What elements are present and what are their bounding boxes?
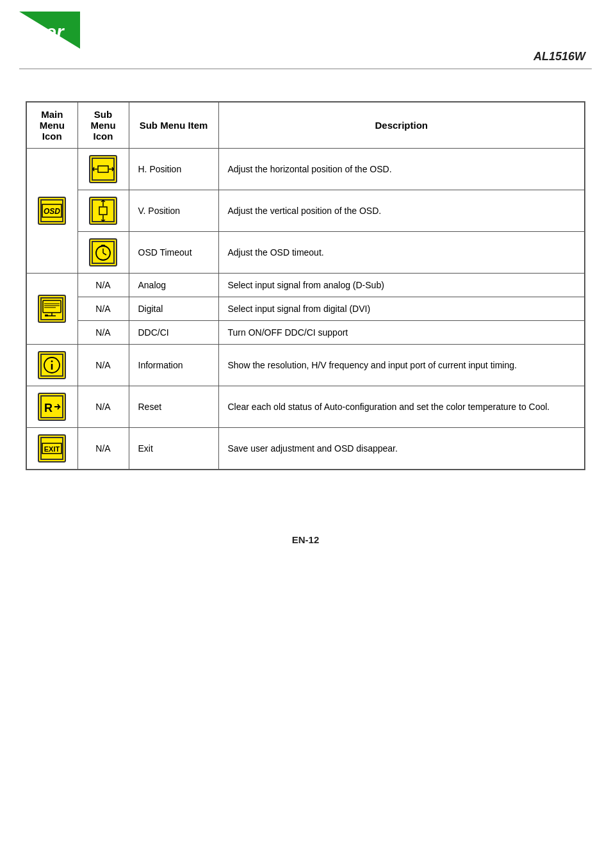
hpos-icon <box>89 155 117 183</box>
model-name: AL1516W <box>534 50 585 63</box>
col-header-item: Sub Menu Item <box>129 102 218 149</box>
svg-text:EXIT: EXIT <box>44 445 60 453</box>
acer-logo: acer <box>19 12 80 51</box>
exit-icon: EXIT <box>38 434 66 463</box>
table-header-row: MainMenuIcon SubMenuIcon Sub Menu Item D… <box>26 102 585 149</box>
sub-item-ddcci: DDC/CI <box>129 321 218 345</box>
menu-table: MainMenuIcon SubMenuIcon Sub Menu Item D… <box>26 101 585 470</box>
vpos-icon <box>89 197 117 225</box>
main-icon-osd: OSD <box>26 149 77 274</box>
sub-item-timeout: OSD Timeout <box>129 232 218 274</box>
sub-icon-hpos <box>77 149 129 190</box>
timeout-icon <box>89 238 117 266</box>
table-row: N/A Digital Select input signal from dig… <box>26 297 585 321</box>
col-header-desc: Description <box>218 102 585 149</box>
sub-item-hpos: H. Position <box>129 149 218 190</box>
desc-digital: Select input signal from digital (DVI) <box>218 297 585 321</box>
sub-item-reset: Reset <box>129 386 218 428</box>
desc-hpos: Adjust the horizontal position of the OS… <box>218 149 585 190</box>
sub-icon-ddcci: N/A <box>77 321 129 345</box>
input-icon <box>38 295 66 323</box>
svg-point-28 <box>51 361 53 363</box>
main-content: MainMenuIcon SubMenuIcon Sub Menu Item D… <box>0 69 611 496</box>
desc-analog: Select input signal from analog (D-Sub) <box>218 274 585 297</box>
table-row: OSD Timeout Adjust the OSD timeout. <box>26 232 585 274</box>
col-header-main: MainMenuIcon <box>26 102 77 149</box>
page-number: EN-12 <box>292 534 320 545</box>
svg-rect-25 <box>45 315 48 316</box>
sub-item-digital: Digital <box>129 297 218 321</box>
desc-ddcci: Turn ON/OFF DDC/CI support <box>218 321 585 345</box>
page-footer: EN-12 <box>0 534 611 545</box>
table-row: N/A DDC/CI Turn ON/OFF DDC/CI support <box>26 321 585 345</box>
sub-icon-analog: N/A <box>77 274 129 297</box>
sub-item-vpos: V. Position <box>129 190 218 232</box>
main-icon-exit: EXIT <box>26 428 77 470</box>
page-header: acer AL1516W <box>0 0 611 63</box>
col-header-sub: SubMenuIcon <box>77 102 129 149</box>
desc-reset: Clear each old status of Auto-configurat… <box>218 386 585 428</box>
svg-text:R: R <box>44 402 53 414</box>
main-icon-input <box>26 274 77 345</box>
desc-info: Show the resolution, H/V frequency and i… <box>218 345 585 386</box>
info-icon <box>38 351 66 379</box>
main-icon-reset: R <box>26 386 77 428</box>
sub-icon-exit: N/A <box>77 428 129 470</box>
sub-icon-vpos <box>77 190 129 232</box>
table-row: OSD <box>26 149 585 190</box>
svg-rect-18 <box>41 298 63 320</box>
sub-item-analog: Analog <box>129 274 218 297</box>
sub-item-info: Information <box>129 345 218 386</box>
sub-icon-digital: N/A <box>77 297 129 321</box>
svg-rect-17 <box>101 245 105 247</box>
reset-icon: R <box>38 393 66 421</box>
sub-icon-timeout <box>77 232 129 274</box>
table-row: V. Position Adjust the vertical position… <box>26 190 585 232</box>
svg-text:acer: acer <box>24 21 65 42</box>
desc-exit: Save user adjustment and OSD disappear. <box>218 428 585 470</box>
sub-icon-reset: N/A <box>77 386 129 428</box>
osd-icon: OSD <box>38 197 66 225</box>
table-row: EXIT N/A Exit Save user adjustment and O… <box>26 428 585 470</box>
svg-text:OSD: OSD <box>44 207 60 216</box>
table-row: R N/A Reset Clear each old status of Aut… <box>26 386 585 428</box>
sub-icon-info: N/A <box>77 345 129 386</box>
sub-item-exit: Exit <box>129 428 218 470</box>
table-row: N/A Information Show the resolution, H/V… <box>26 345 585 386</box>
table-row: N/A Analog Select input signal from anal… <box>26 274 585 297</box>
desc-vpos: Adjust the vertical position of the OSD. <box>218 190 585 232</box>
main-icon-info <box>26 345 77 386</box>
desc-timeout: Adjust the OSD timeout. <box>218 232 585 274</box>
